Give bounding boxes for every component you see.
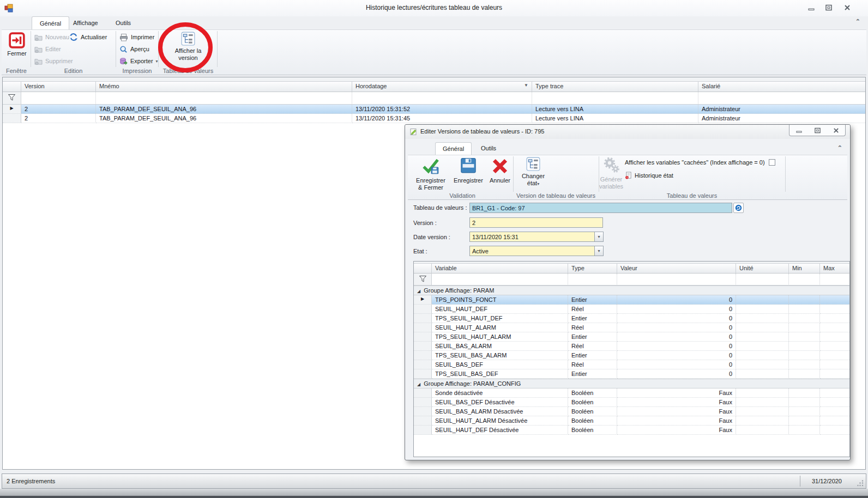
table-row[interactable]: TPS_SEUIL_BAS_DEF Entier 0	[414, 369, 849, 379]
column-header-mnemo[interactable]: Mnémo	[96, 82, 352, 92]
history-state-icon	[625, 172, 632, 179]
column-header-type[interactable]: Type	[568, 264, 617, 274]
status-records: 2 Enregistrements	[7, 478, 55, 484]
row-indicator	[414, 388, 432, 398]
date-version-label: Date version :	[413, 234, 450, 240]
tab-outils[interactable]: Outils	[108, 16, 138, 29]
enregistrer-button[interactable]: Enregistrer	[450, 157, 486, 184]
column-header-salarie[interactable]: Salarié	[698, 82, 865, 92]
cell-type: Réel	[568, 323, 617, 332]
table-row[interactable]: 2 TAB_PARAM_DEF_SEUIL_ANA_96 13/11/2020 …	[3, 114, 865, 123]
supprimer-button[interactable]: Supprimer	[34, 56, 73, 66]
editer-button[interactable]: Editer	[34, 44, 61, 54]
actualiser-label: Actualiser	[81, 34, 107, 40]
dialog-minimize-button[interactable]	[796, 127, 802, 133]
minimize-button[interactable]	[808, 4, 822, 13]
application-window: Historique lectures/écritures tableau de…	[0, 0, 868, 498]
afficher-version-button[interactable]: Afficher la version	[161, 32, 215, 62]
filter-cell[interactable]	[432, 274, 568, 286]
enregistrer-fermer-button[interactable]: Enregistrer& Fermer	[413, 157, 448, 191]
column-header-unite[interactable]: Unité	[736, 264, 789, 274]
tab-general[interactable]: Général	[32, 16, 69, 30]
table-row[interactable]: SEUIL_HAUT_DEF Réel 0	[414, 305, 849, 314]
tableau-valeurs-field[interactable]: BR1_G1 - Code: 97	[469, 203, 732, 213]
column-header-max[interactable]: Max	[820, 264, 849, 274]
table-row[interactable]: SEUIL_HAUT_ALARM Désactivée Booléen Faux	[414, 416, 849, 426]
close-button[interactable]	[844, 4, 858, 13]
filter-cell[interactable]	[820, 274, 849, 286]
cell-type: Entier	[568, 295, 617, 305]
column-header-horodatage[interactable]: Horodatage▼	[352, 82, 532, 92]
afficher-cachees-label: Afficher les variables "cachées" (Index …	[625, 159, 765, 166]
historique-etat-button[interactable]: Historique état	[625, 171, 673, 180]
version-field[interactable]: 2	[469, 217, 603, 228]
column-header-variable[interactable]: Variable	[432, 264, 568, 274]
cell-max	[820, 398, 849, 407]
maximize-button[interactable]	[825, 4, 840, 13]
cell-min	[789, 416, 820, 426]
grid-filter-row[interactable]	[3, 92, 865, 105]
filter-cell[interactable]	[96, 92, 352, 105]
table-row[interactable]: ▶ TPS_POINTS_FONCT Entier 0	[414, 295, 849, 305]
cell-horodatage: 13/11/2020 15:31:45	[352, 114, 532, 123]
ribbon-collapse-icon[interactable]: ⌃	[855, 18, 860, 25]
imprimer-button[interactable]: Imprimer	[119, 32, 154, 42]
dialog-maximize-button[interactable]	[815, 127, 821, 133]
annuler-label: Annuler	[487, 177, 513, 184]
tableau-lookup-button[interactable]	[733, 203, 744, 213]
filter-cell[interactable]	[568, 274, 617, 286]
tab-affichage[interactable]: Affichage	[65, 16, 106, 29]
column-header-valeur[interactable]: Valeur	[617, 264, 736, 274]
check-save-icon	[421, 157, 440, 175]
filter-cell[interactable]	[352, 92, 532, 105]
date-version-field[interactable]: 13/11/2020 15:31	[469, 232, 595, 242]
table-row[interactable]: TPS_SEUIL_HAUT_DEF Entier 0	[414, 314, 849, 323]
grid-filter-row[interactable]	[414, 274, 849, 286]
column-header-version[interactable]: Version	[21, 82, 96, 92]
actualiser-button[interactable]: Actualiser	[69, 32, 107, 42]
group-row-param-config[interactable]: ◢Groupe Affichage: PARAM_CONFIG	[414, 379, 849, 388]
tableau-valeurs-label: Tableau de valeurs :	[413, 204, 467, 211]
column-header-type-trace[interactable]: Type trace	[532, 82, 698, 92]
dialog-tab-outils[interactable]: Outils	[474, 142, 503, 155]
table-row[interactable]: SEUIL_BAS_DEF Désactivée Booléen Faux	[414, 398, 849, 407]
table-row[interactable]: TPS_SEUIL_BAS_ALARM Entier 0	[414, 351, 849, 360]
fermer-button[interactable]: Fermer	[4, 32, 29, 57]
group-row-param[interactable]: ◢Groupe Affichage: PARAM	[414, 286, 849, 295]
dialog-close-button[interactable]	[833, 127, 839, 133]
date-dropdown-button[interactable]: ▾	[595, 232, 604, 242]
annuler-button[interactable]: Annuler	[487, 157, 513, 184]
exporter-button[interactable]: Exporter ▾	[119, 56, 158, 66]
generer-variables-button[interactable]: Générervariables	[595, 157, 627, 190]
table-row[interactable]: SEUIL_HAUT_DEF Désactivée Booléen Faux	[414, 426, 849, 435]
etat-field[interactable]: Active	[469, 246, 595, 256]
table-row[interactable]: SEUIL_BAS_ALARM Réel 0	[414, 342, 849, 351]
afficher-cachees-checkbox[interactable]	[769, 159, 775, 166]
filter-cell[interactable]	[698, 92, 865, 105]
cell-mnemo: TAB_PARAM_DEF_SEUIL_ANA_96	[96, 105, 352, 114]
cell-max	[820, 369, 849, 379]
filter-cell[interactable]	[532, 92, 698, 105]
changer-etat-button[interactable]: Changerétat▾	[518, 157, 548, 187]
table-row[interactable]: SEUIL_BAS_ALARM Désactivée Booléen Faux	[414, 407, 849, 416]
filter-cell[interactable]	[789, 274, 820, 286]
filter-cell[interactable]	[21, 92, 96, 105]
table-row[interactable]: ▶ 2 TAB_PARAM_DEF_SEUIL_ANA_96 13/11/202…	[3, 105, 865, 114]
filter-cell[interactable]	[736, 274, 789, 286]
table-row[interactable]: Sonde désactivée Booléen Faux	[414, 388, 849, 398]
table-row[interactable]: TPS_SEUIL_HAUT_ALARM Entier 0	[414, 332, 849, 342]
cell-type: Booléen	[568, 407, 617, 416]
editer-label: Editer	[45, 46, 61, 52]
table-row[interactable]: SEUIL_HAUT_ALARM Réel 0	[414, 323, 849, 332]
filter-cell[interactable]	[617, 274, 736, 286]
dialog-ribbon-collapse-icon[interactable]: ⌃	[837, 144, 842, 151]
cell-variable: TPS_SEUIL_HAUT_ALARM	[432, 332, 568, 342]
nouveau-button[interactable]: Nouveau	[34, 32, 69, 42]
apercu-button[interactable]: Aperçu	[119, 44, 149, 54]
column-header-min[interactable]: Min	[789, 264, 820, 274]
etat-dropdown-button[interactable]: ▾	[595, 246, 604, 256]
resize-grip[interactable]	[857, 480, 864, 487]
table-row[interactable]: SEUIL_BAS_DEF Réel 0	[414, 360, 849, 369]
cell-min	[789, 426, 820, 435]
dialog-tab-general[interactable]: Général	[435, 142, 472, 155]
